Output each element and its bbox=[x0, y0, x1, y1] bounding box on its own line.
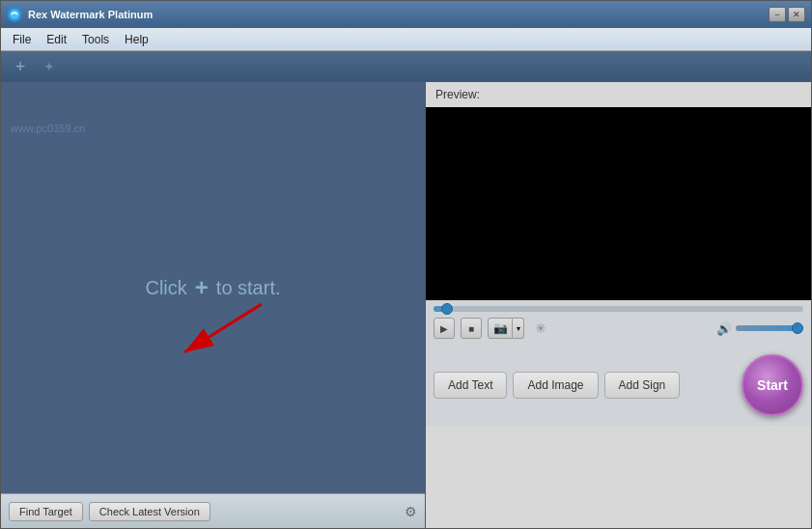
preview-label: Preview: bbox=[426, 82, 811, 107]
volume-thumb bbox=[792, 322, 803, 334]
add-text-button[interactable]: Add Text bbox=[434, 372, 507, 399]
playback-area: ▶ ■ 📷 ▾ ✳ 🔊 bbox=[426, 300, 811, 345]
stop-button[interactable]: ■ bbox=[461, 318, 482, 339]
camera-button-group: 📷 ▾ bbox=[488, 318, 524, 339]
controls-row: ▶ ■ 📷 ▾ ✳ 🔊 bbox=[434, 318, 803, 339]
action-buttons: Add Text Add Image Add Sign Start bbox=[426, 345, 811, 426]
camera-main-button[interactable]: 📷 bbox=[488, 318, 513, 339]
check-version-button[interactable]: Check Latest Version bbox=[89, 502, 210, 521]
click-hint-post: to start. bbox=[216, 277, 281, 299]
plus-icon-hint: + bbox=[195, 274, 209, 301]
app-icon bbox=[7, 7, 22, 22]
click-hint-pre: Click bbox=[145, 277, 186, 299]
preview-screen bbox=[426, 107, 811, 300]
volume-fill bbox=[736, 325, 797, 331]
app-title: Rex Watermark Platinum bbox=[28, 9, 153, 20]
start-button[interactable]: Start bbox=[742, 354, 803, 416]
volume-icon: 🔊 bbox=[716, 321, 732, 336]
volume-slider[interactable] bbox=[736, 325, 803, 331]
volume-area: 🔊 bbox=[716, 321, 803, 336]
menu-bar: File Edit Tools Help bbox=[1, 28, 811, 51]
seek-bar[interactable] bbox=[434, 306, 803, 312]
add-image-button[interactable]: Add Image bbox=[513, 372, 598, 399]
add-sign-button[interactable]: Add Sign bbox=[604, 372, 681, 399]
seek-thumb bbox=[441, 303, 453, 315]
toolbar: + ✦ bbox=[1, 51, 811, 82]
menu-edit[interactable]: Edit bbox=[39, 31, 74, 48]
bottom-bar: Find Target Check Latest Version ⚙ bbox=[1, 493, 425, 528]
menu-tools[interactable]: Tools bbox=[74, 31, 117, 48]
minimize-button[interactable]: − bbox=[769, 7, 786, 22]
main-window: Rex Watermark Platinum − ✕ File Edit Too… bbox=[0, 0, 812, 529]
find-target-button[interactable]: Find Target bbox=[9, 502, 83, 521]
menu-help[interactable]: Help bbox=[117, 31, 156, 48]
menu-file[interactable]: File bbox=[5, 31, 39, 48]
camera-dropdown-button[interactable]: ▾ bbox=[513, 318, 524, 339]
left-panel: www.pc0359.cn Click + to start. bbox=[1, 82, 426, 528]
main-area: www.pc0359.cn Click + to start. bbox=[1, 82, 811, 528]
seek-bar-container bbox=[434, 306, 803, 312]
play-button[interactable]: ▶ bbox=[434, 318, 455, 339]
title-bar-left: Rex Watermark Platinum bbox=[7, 7, 153, 22]
toolbar-star-button[interactable]: ✦ bbox=[38, 55, 61, 78]
click-hint: Click + to start. bbox=[145, 274, 280, 301]
toolbar-add-button[interactable]: + bbox=[9, 55, 32, 78]
svg-line-2 bbox=[184, 304, 262, 352]
settings-icon[interactable]: ⚙ bbox=[405, 504, 417, 519]
red-arrow bbox=[155, 294, 271, 372]
title-bar: Rex Watermark Platinum − ✕ bbox=[1, 1, 811, 28]
right-panel: Preview: ▶ ■ 📷 ▾ ✳ bbox=[426, 82, 811, 528]
wand-button[interactable]: ✳ bbox=[530, 318, 551, 339]
svg-point-0 bbox=[10, 10, 19, 19]
workspace[interactable]: Click + to start. bbox=[1, 82, 425, 493]
window-controls: − ✕ bbox=[769, 7, 805, 22]
close-button[interactable]: ✕ bbox=[788, 7, 805, 22]
